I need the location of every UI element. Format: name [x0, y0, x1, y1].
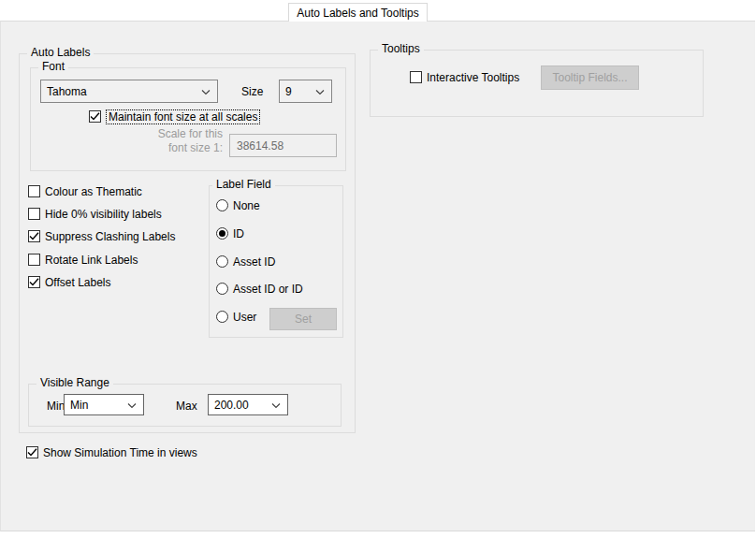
interactive-tooltips-checkbox[interactable]: Interactive Tooltips [410, 70, 519, 84]
radio-asset-id[interactable]: Asset ID [216, 254, 275, 269]
tab-auto-labels-and-tooltips[interactable]: Auto Labels and Tooltips [288, 3, 428, 22]
radio-none-label: None [233, 199, 260, 212]
interactive-tooltips-label: Interactive Tooltips [427, 71, 519, 84]
radio-circle [216, 311, 228, 323]
font-family-value: Tahoma [47, 85, 87, 98]
chevron-down-icon [315, 89, 325, 95]
check-icon [27, 446, 37, 459]
radio-dot-icon [219, 230, 225, 237]
min-value: Min [70, 399, 88, 412]
colour-as-thematic-label: Colour as Thematic [45, 185, 142, 198]
check-icon [29, 276, 39, 289]
suppress-clashing-label: Suppress Clashing Labels [45, 230, 175, 243]
auto-labels-tooltips-dialog: Auto Labels and Tooltips Auto Labels Fon… [0, 0, 756, 538]
chevron-down-icon [127, 402, 137, 408]
colour-as-thematic-checkbox[interactable]: Colour as Thematic [28, 184, 142, 198]
auto-labels-group-title: Auto Labels [27, 46, 94, 59]
set-button[interactable]: Set [269, 308, 337, 330]
check-icon [29, 230, 39, 243]
visible-range-group-title: Visible Range [36, 376, 113, 389]
max-combobox[interactable]: 200.00 [208, 394, 288, 415]
checkbox-box [28, 276, 40, 288]
radio-none[interactable]: None [216, 198, 260, 212]
radio-circle [216, 227, 228, 240]
radio-id-label: ID [233, 227, 244, 240]
chevron-down-icon [271, 402, 281, 408]
radio-asset-id-label: Asset ID [233, 255, 275, 269]
rotate-link-labels-checkbox[interactable]: Rotate Link Labels [28, 253, 138, 267]
font-group-title: Font [38, 60, 68, 73]
radio-circle [216, 199, 228, 211]
show-simulation-time-label: Show Simulation Time in views [43, 446, 197, 459]
font-size-combobox[interactable]: 9 [279, 80, 332, 103]
checkbox-box [28, 208, 40, 220]
radio-user[interactable]: User [216, 310, 256, 324]
checkbox-box [28, 185, 40, 197]
suppress-clashing-checkbox[interactable]: Suppress Clashing Labels [28, 229, 175, 243]
set-button-label: Set [295, 313, 312, 326]
rotate-link-labels-label: Rotate Link Labels [45, 254, 138, 267]
checkbox-box [28, 254, 40, 266]
scale-value-field[interactable]: 38614.58 [229, 134, 337, 157]
max-value: 200.00 [214, 399, 249, 412]
hide-0-visibility-checkbox[interactable]: Hide 0% visibility labels [28, 207, 162, 221]
tooltips-group-title: Tooltips [378, 42, 424, 55]
chevron-down-icon [201, 89, 211, 95]
radio-circle [216, 283, 228, 295]
checkbox-box [26, 446, 38, 458]
font-family-combobox[interactable]: Tahoma [40, 80, 218, 103]
show-simulation-time-checkbox[interactable]: Show Simulation Time in views [26, 445, 197, 459]
tooltip-fields-button-label: Tooltip Fields... [552, 71, 627, 84]
tooltip-fields-button[interactable]: Tooltip Fields... [541, 65, 639, 90]
offset-labels-label: Offset Labels [45, 276, 111, 289]
font-size-label: Size [241, 85, 263, 98]
checkbox-box [89, 110, 101, 123]
check-icon [90, 110, 100, 124]
hide-0-visibility-label: Hide 0% visibility labels [45, 208, 162, 221]
radio-user-label: User [233, 311, 256, 324]
tab-label: Auto Labels and Tooltips [297, 7, 419, 20]
min-label: Min [47, 400, 65, 413]
maintain-font-size-label: Maintain font size at all scales [106, 109, 260, 124]
radio-asset-id-or-id[interactable]: Asset ID or ID [216, 282, 303, 296]
maintain-font-size-checkbox[interactable]: Maintain font size at all scales [89, 109, 260, 124]
offset-labels-checkbox[interactable]: Offset Labels [28, 275, 111, 289]
label-field-group-title: Label Field [212, 178, 275, 191]
checkbox-box [410, 71, 422, 83]
checkbox-box [28, 230, 40, 242]
radio-id[interactable]: ID [216, 226, 244, 240]
font-size-value: 9 [285, 85, 292, 98]
radio-asset-id-or-id-label: Asset ID or ID [233, 283, 303, 296]
radio-circle [216, 255, 228, 268]
scale-for-font-size-label: Scale for this font size 1: [131, 127, 223, 155]
max-label: Max [176, 400, 197, 413]
min-combobox[interactable]: Min [64, 394, 144, 415]
scale-value: 38614.58 [237, 139, 284, 153]
